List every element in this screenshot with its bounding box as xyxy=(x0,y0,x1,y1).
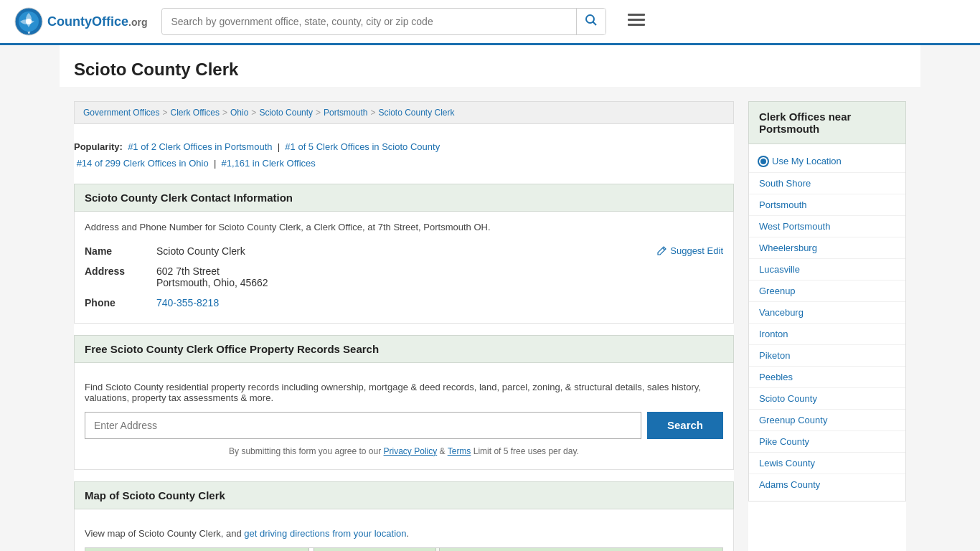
site-logo[interactable]: ★ CountyOffice.org xyxy=(14,7,147,36)
svg-rect-6 xyxy=(628,14,645,16)
contact-address-value: 602 7th Street Portsmouth, Ohio, 45662 xyxy=(146,261,733,293)
map-road-v2 xyxy=(435,548,440,551)
search-icon xyxy=(585,14,597,26)
contact-table: Name Scioto County Clerk Suggest Edit xyxy=(75,241,733,313)
sidebar-header: Clerk Offices near Portsmouth xyxy=(748,101,906,144)
breadcrumb-scioto-county[interactable]: Scioto County xyxy=(259,108,313,118)
map-background: 9th St 9th St Court St Domino's Pizza Sc… xyxy=(85,548,722,551)
logo-icon: ★ xyxy=(14,7,43,36)
sidebar-link-pike-county[interactable]: Pike County xyxy=(749,430,905,452)
popularity-label: Popularity: xyxy=(74,141,123,152)
popularity-rank1[interactable]: #1 of 2 Clerk Offices in Portsmouth xyxy=(128,141,272,152)
contact-name-value: Scioto County Clerk Suggest Edit xyxy=(146,241,733,261)
property-search-form: Search xyxy=(75,412,733,446)
sidebar-link-adams-county[interactable]: Adams County xyxy=(749,474,905,495)
contact-address-row: Address 602 7th Street Portsmouth, Ohio,… xyxy=(75,261,733,293)
contact-name-label: Name xyxy=(75,241,146,261)
breadcrumb-portsmouth[interactable]: Portsmouth xyxy=(324,108,367,118)
property-section-body: Find Scioto County residential property … xyxy=(74,363,734,470)
use-my-location-link[interactable]: Use My Location xyxy=(749,150,905,172)
popularity-rank3[interactable]: #14 of 299 Clerk Offices in Ohio xyxy=(77,158,209,169)
sidebar-link-lucasville[interactable]: Lucasville xyxy=(749,258,905,280)
sidebar-link-piketon[interactable]: Piketon xyxy=(749,344,905,366)
svg-point-2 xyxy=(26,19,32,24)
contact-name-row: Name Scioto County Clerk Suggest Edit xyxy=(75,241,733,261)
privacy-policy-link[interactable]: Privacy Policy xyxy=(384,446,438,456)
logo-org-text: .org xyxy=(128,17,147,28)
bc-sep-5: > xyxy=(370,108,375,118)
sidebar-link-greenup[interactable]: Greenup xyxy=(749,280,905,301)
sidebar-link-scioto-county[interactable]: Scioto County xyxy=(749,387,905,409)
svg-point-4 xyxy=(586,15,594,23)
property-search-button[interactable]: Search xyxy=(647,412,723,439)
sidebar-link-peebles[interactable]: Peebles xyxy=(749,366,905,387)
bc-sep-3: > xyxy=(251,108,256,118)
map-description: View map of Scioto County Clerk, and get… xyxy=(75,519,733,547)
sidebar-link-west-portsmouth[interactable]: West Portsmouth xyxy=(749,215,905,237)
map-section-body: View map of Scioto County Clerk, and get… xyxy=(74,509,734,551)
contact-description: Address and Phone Number for Scioto Coun… xyxy=(75,222,733,241)
logo-county-text: CountyOffice xyxy=(47,14,128,29)
global-search-bar xyxy=(161,8,606,35)
phone-link[interactable]: 740-355-8218 xyxy=(156,297,219,309)
property-section-header: Free Scioto County Clerk Office Property… xyxy=(74,335,734,363)
global-search-input[interactable] xyxy=(162,10,576,33)
sidebar-link-lewis-county[interactable]: Lewis County xyxy=(749,452,905,474)
sidebar-link-vanceburg[interactable]: Vanceburg xyxy=(749,301,905,323)
sidebar: Clerk Offices near Portsmouth Use My Loc… xyxy=(748,101,906,551)
map-road-v1 xyxy=(308,548,314,551)
location-dot-icon xyxy=(759,157,768,166)
sidebar-links: Use My Location South Shore Portsmouth W… xyxy=(748,144,906,501)
bc-sep-4: > xyxy=(316,108,321,118)
breadcrumb-current[interactable]: Scioto County Clerk xyxy=(378,108,454,118)
property-description: Find Scioto County residential property … xyxy=(75,373,733,412)
sidebar-link-ironton[interactable]: Ironton xyxy=(749,323,905,344)
popularity-rank4[interactable]: #1,161 in Clerk Offices xyxy=(221,158,315,169)
global-search-button[interactable] xyxy=(576,9,606,34)
address-search-input[interactable] xyxy=(85,412,641,439)
breadcrumb-ohio[interactable]: Ohio xyxy=(230,108,248,118)
contact-address-label: Address xyxy=(75,261,146,293)
hamburger-menu-button[interactable] xyxy=(628,12,645,31)
contact-section-body: Address and Phone Number for Scioto Coun… xyxy=(74,212,734,324)
contact-phone-row: Phone 740-355-8218 xyxy=(75,293,733,313)
bc-sep-1: > xyxy=(163,108,168,118)
contact-phone-label: Phone xyxy=(75,293,146,313)
sidebar-link-wheelersburg[interactable]: Wheelersburg xyxy=(749,237,905,258)
sidebar-link-south-shore[interactable]: South Shore xyxy=(749,172,905,194)
map-container[interactable]: 9th St 9th St Court St Domino's Pizza Sc… xyxy=(85,547,723,551)
breadcrumb-government-offices[interactable]: Government Offices xyxy=(83,108,160,118)
contact-phone-value: 740-355-8218 xyxy=(146,293,733,313)
svg-rect-8 xyxy=(628,24,645,26)
hamburger-icon xyxy=(628,14,645,27)
breadcrumb-clerk-offices[interactable]: Clerk Offices xyxy=(171,108,220,118)
driving-directions-link[interactable]: get driving directions from your locatio… xyxy=(244,528,406,539)
form-disclaimer: By submitting this form you agree to our… xyxy=(75,446,733,459)
popularity-section: Popularity: #1 of 2 Clerk Offices in Por… xyxy=(74,131,734,184)
svg-rect-7 xyxy=(628,19,645,21)
breadcrumb: Government Offices > Clerk Offices > Ohi… xyxy=(74,101,734,124)
popularity-rank2[interactable]: #1 of 5 Clerk Offices in Scioto County xyxy=(285,141,440,152)
contact-section-header: Scioto County Clerk Contact Information xyxy=(74,184,734,212)
terms-link[interactable]: Terms xyxy=(448,446,471,456)
sidebar-link-greenup-county[interactable]: Greenup County xyxy=(749,409,905,430)
bc-sep-2: > xyxy=(222,108,227,118)
sidebar-link-portsmouth[interactable]: Portsmouth xyxy=(749,194,905,215)
suggest-edit-button[interactable]: Suggest Edit xyxy=(657,245,723,256)
edit-icon xyxy=(657,245,667,255)
svg-line-5 xyxy=(593,22,597,26)
map-section-header: Map of Scioto County Clerk xyxy=(74,481,734,509)
page-title: Scioto County Clerk xyxy=(74,60,906,80)
